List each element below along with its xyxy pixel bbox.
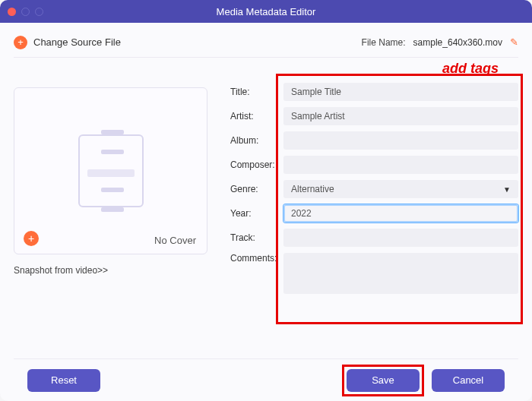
metadata-form: Title: Artist: Album: Composer: (230, 78, 518, 355)
label-title: Title: (230, 87, 283, 97)
file-name-row: File Name: sample_640x360.mov ✎ (362, 36, 518, 48)
album-input[interactable] (283, 131, 518, 150)
genre-select[interactable]: Alternative ▼ (283, 180, 518, 198)
add-cover-button[interactable]: + (24, 231, 39, 246)
genre-value: Alternative (291, 184, 334, 194)
label-comments: Comments: (230, 253, 283, 264)
reset-button[interactable]: Reset (27, 369, 100, 392)
titlebar: Media Metadata Editor (0, 0, 532, 23)
chevron-down-icon: ▼ (503, 185, 511, 194)
track-input[interactable] (283, 229, 518, 247)
artist-input[interactable] (283, 107, 518, 125)
save-button[interactable]: Save (347, 369, 420, 392)
window: Media Metadata Editor + Change Source Fi… (0, 0, 532, 401)
label-genre: Genre: (230, 184, 283, 194)
main-area: + No Cover Snapshot from video>> Title: … (14, 78, 518, 355)
row-genre: Genre: Alternative ▼ (230, 180, 518, 198)
comments-input[interactable] (283, 253, 518, 294)
cover-preview: + No Cover (14, 87, 207, 254)
snapshot-from-video-link[interactable]: Snapshot from video>> (14, 265, 207, 276)
row-artist: Artist: (230, 107, 518, 125)
row-comments: Comments: (230, 253, 518, 297)
plus-icon: + (14, 36, 27, 49)
row-year: Year: (230, 204, 518, 223)
change-source-label: Change Source File (33, 36, 121, 48)
change-source-button[interactable]: + Change Source File (14, 36, 121, 49)
annotation-add-tags: add tags (14, 61, 499, 77)
cover-column: + No Cover Snapshot from video>> (14, 78, 207, 355)
file-name-value: sample_640x360.mov (413, 37, 502, 48)
row-album: Album: (230, 131, 518, 150)
no-cover-label: No Cover (154, 235, 196, 246)
right-buttons: Save Cancel (347, 369, 505, 392)
cover-placeholder-icon (78, 134, 144, 207)
year-input[interactable] (283, 204, 518, 223)
window-title: Media Metadata Editor (0, 6, 532, 17)
content-area: + Change Source File File Name: sample_6… (0, 23, 532, 401)
label-artist: Artist: (230, 111, 283, 122)
edit-filename-icon[interactable]: ✎ (510, 36, 518, 48)
cancel-button[interactable]: Cancel (432, 369, 505, 392)
label-track: Track: (230, 232, 283, 243)
composer-input[interactable] (283, 156, 518, 174)
row-title: Title: (230, 83, 518, 101)
label-year: Year: (230, 208, 283, 219)
top-row: + Change Source File File Name: sample_6… (14, 32, 518, 58)
bottom-bar: Reset Save Cancel (14, 358, 518, 401)
title-input[interactable] (283, 83, 518, 101)
row-composer: Composer: (230, 156, 518, 174)
label-album: Album: (230, 135, 283, 146)
row-track: Track: (230, 229, 518, 247)
file-name-label: File Name: (362, 37, 406, 48)
label-composer: Composer: (230, 159, 283, 170)
